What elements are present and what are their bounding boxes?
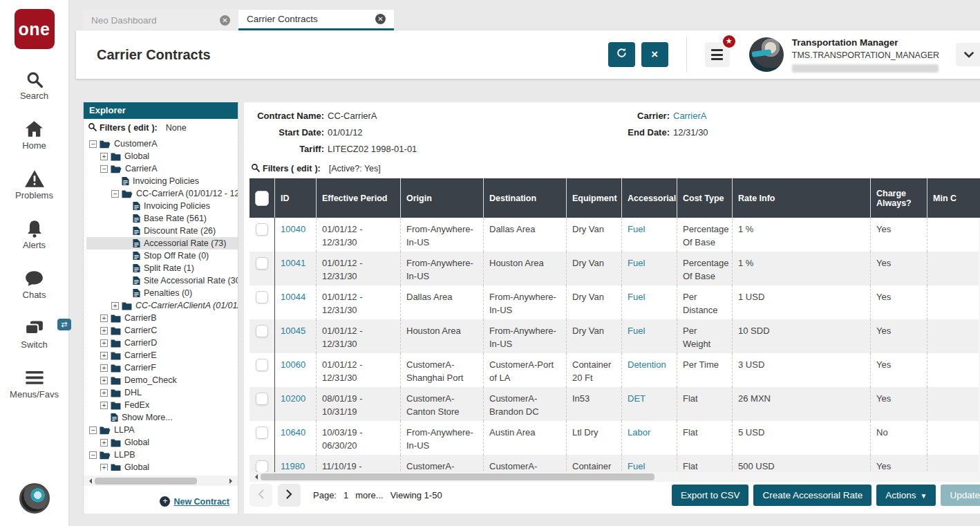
row-checkbox[interactable] bbox=[256, 291, 268, 303]
tree-item[interactable]: Invoicing Policies bbox=[86, 175, 238, 187]
expand-toggle[interactable]: + bbox=[100, 314, 108, 322]
tree-item[interactable]: −LLPA bbox=[86, 424, 238, 436]
tab-neo-dashboard[interactable]: Neo Dashboard✕ bbox=[83, 10, 238, 30]
collapse-toggle[interactable]: − bbox=[111, 190, 119, 198]
cell-value[interactable]: 11980 bbox=[281, 461, 305, 471]
tree-item[interactable]: +DHL bbox=[86, 386, 238, 399]
sidebar-item-problems[interactable]: Problems bbox=[10, 169, 59, 200]
sidebar-item-home[interactable]: Home bbox=[10, 120, 59, 151]
row-checkbox[interactable] bbox=[256, 426, 268, 439]
tree-item[interactable]: +CC-CarrierAClientA (01/01/21 - C bbox=[86, 299, 238, 312]
collapse-toggle[interactable]: − bbox=[89, 140, 97, 148]
tree-item[interactable]: +CarrierC bbox=[86, 324, 238, 337]
update-button[interactable]: Update bbox=[941, 485, 980, 506]
cell-value[interactable]: 10044 bbox=[281, 292, 305, 302]
column-header-equipment[interactable]: Equipment bbox=[566, 178, 621, 218]
row-checkbox[interactable] bbox=[256, 393, 268, 405]
tree-item[interactable]: +Global bbox=[86, 150, 238, 162]
cell-value[interactable]: Fuel bbox=[628, 224, 645, 234]
tree-item[interactable]: +Global bbox=[86, 461, 238, 471]
expand-toggle[interactable]: + bbox=[100, 327, 108, 335]
explorer-h-scrollbar[interactable] bbox=[84, 476, 238, 486]
expand-toggle[interactable]: + bbox=[100, 352, 108, 359]
sidebar-item-chats[interactable]: Chats bbox=[10, 269, 59, 300]
scroll-right-icon[interactable] bbox=[229, 478, 235, 484]
tree-item[interactable]: −CarrierA bbox=[86, 162, 238, 175]
detail-field-value[interactable]: CarrierA bbox=[673, 111, 706, 121]
tree-item[interactable]: +Demo_Check bbox=[86, 374, 238, 386]
tree-item[interactable]: Invoicing Policies bbox=[86, 200, 238, 212]
sidebar-item-menus-favs[interactable]: Menus/Favs bbox=[10, 368, 59, 400]
prev-page-button[interactable] bbox=[249, 484, 272, 507]
tab-carrier-contracts[interactable]: Carrier Contracts✕ bbox=[238, 10, 394, 30]
cell-value[interactable]: 10200 bbox=[281, 393, 305, 404]
collapse-toggle[interactable]: − bbox=[89, 451, 97, 459]
export-csv-button[interactable]: Export to CSV bbox=[672, 485, 749, 506]
tree-item[interactable]: Penalties (0) bbox=[86, 287, 238, 299]
cell-value[interactable]: 10640 bbox=[281, 427, 305, 438]
column-header-min_c[interactable]: Min C bbox=[927, 178, 980, 218]
tree-item[interactable]: +FedEx bbox=[86, 399, 238, 411]
expand-toggle[interactable]: + bbox=[100, 153, 108, 160]
tree-item[interactable]: Split Rate (1) bbox=[86, 262, 238, 274]
refresh-button[interactable] bbox=[608, 42, 635, 67]
new-contract-link[interactable]: New Contract bbox=[173, 497, 229, 507]
row-checkbox[interactable] bbox=[256, 223, 268, 236]
scroll-left-icon[interactable] bbox=[86, 478, 92, 484]
tree-item[interactable]: −CustomerA bbox=[86, 138, 238, 150]
favorites-menu-button[interactable]: ★ bbox=[705, 42, 730, 67]
row-checkbox[interactable] bbox=[256, 460, 268, 472]
column-header-accessorial[interactable]: Accessorial bbox=[621, 178, 677, 218]
one-logo[interactable]: one bbox=[15, 9, 55, 49]
cell-value[interactable]: Fuel bbox=[628, 326, 645, 336]
column-header-cost_type[interactable]: Cost Type bbox=[677, 178, 732, 218]
row-checkbox[interactable] bbox=[256, 325, 268, 337]
collapse-toggle[interactable]: − bbox=[100, 165, 108, 173]
new-contract[interactable]: + New Contract bbox=[160, 496, 229, 507]
tree-item[interactable]: Show More... bbox=[86, 411, 238, 424]
cell-value[interactable]: 10060 bbox=[281, 359, 305, 370]
cell-value[interactable]: Fuel bbox=[628, 258, 645, 268]
expand-toggle[interactable]: + bbox=[100, 402, 108, 409]
tree-item[interactable]: Site Accessorial Rate (30) bbox=[86, 274, 238, 287]
cell-value[interactable]: Labor bbox=[628, 427, 650, 438]
explorer-filters-edit-link[interactable]: edit bbox=[133, 123, 149, 133]
more-pages-link[interactable]: more... bbox=[355, 490, 383, 500]
next-page-button[interactable] bbox=[278, 484, 301, 507]
cell-value[interactable]: Fuel bbox=[628, 292, 645, 302]
tab-close-icon[interactable]: ✕ bbox=[375, 14, 386, 24]
tree-item[interactable]: Discount Rate (26) bbox=[86, 225, 238, 237]
tree-item[interactable]: +Global bbox=[86, 436, 238, 449]
expand-toggle[interactable]: + bbox=[100, 439, 108, 447]
actions-button[interactable]: Actions▼ bbox=[876, 485, 936, 506]
cell-value[interactable]: 10041 bbox=[281, 258, 305, 268]
create-accessorial-rate-button[interactable]: Create Accessorial Rate bbox=[753, 485, 871, 506]
cell-value[interactable]: Fuel bbox=[628, 461, 645, 471]
sidebar-item-alerts[interactable]: Alerts bbox=[10, 219, 59, 250]
cell-value[interactable]: 10040 bbox=[281, 224, 305, 234]
tree-item[interactable]: Base Rate (561) bbox=[86, 212, 238, 225]
sidebar-item-search[interactable]: Search bbox=[10, 70, 59, 101]
column-header-destination[interactable]: Destination bbox=[483, 178, 566, 218]
cell-value[interactable]: DET bbox=[628, 393, 646, 404]
tree-item[interactable]: −LLPB bbox=[86, 449, 238, 461]
tree-item[interactable]: −CC-CarrierA (01/01/12 - 12/31/ bbox=[86, 187, 238, 200]
expand-toggle[interactable]: + bbox=[100, 464, 108, 471]
column-header-period[interactable]: Effective Period bbox=[316, 178, 400, 218]
expand-toggle[interactable]: + bbox=[111, 302, 119, 310]
tree-item[interactable]: +CarrierF bbox=[86, 361, 238, 374]
cell-value[interactable]: Detention bbox=[628, 359, 666, 370]
tree-item[interactable]: Accessorial Rate (73) bbox=[86, 237, 238, 250]
tab-close-icon[interactable]: ✕ bbox=[220, 15, 230, 26]
column-header-charge_always[interactable]: Charge Always? bbox=[870, 178, 927, 218]
tree-item[interactable]: +CarrierB bbox=[86, 312, 238, 324]
tree-item[interactable]: Stop Off Rate (0) bbox=[86, 250, 238, 262]
select-all-checkbox[interactable] bbox=[255, 191, 269, 206]
expand-toggle[interactable]: + bbox=[100, 339, 108, 347]
column-header-id[interactable]: ID bbox=[274, 178, 316, 218]
tree-item[interactable]: +CarrierD bbox=[86, 337, 238, 349]
table-filters-edit-link[interactable]: edit bbox=[296, 164, 312, 173]
collapse-toggle[interactable]: − bbox=[89, 426, 97, 434]
column-header-origin[interactable]: Origin bbox=[400, 178, 483, 218]
sidebar-item-switch[interactable]: ⇄Switch bbox=[10, 319, 59, 350]
